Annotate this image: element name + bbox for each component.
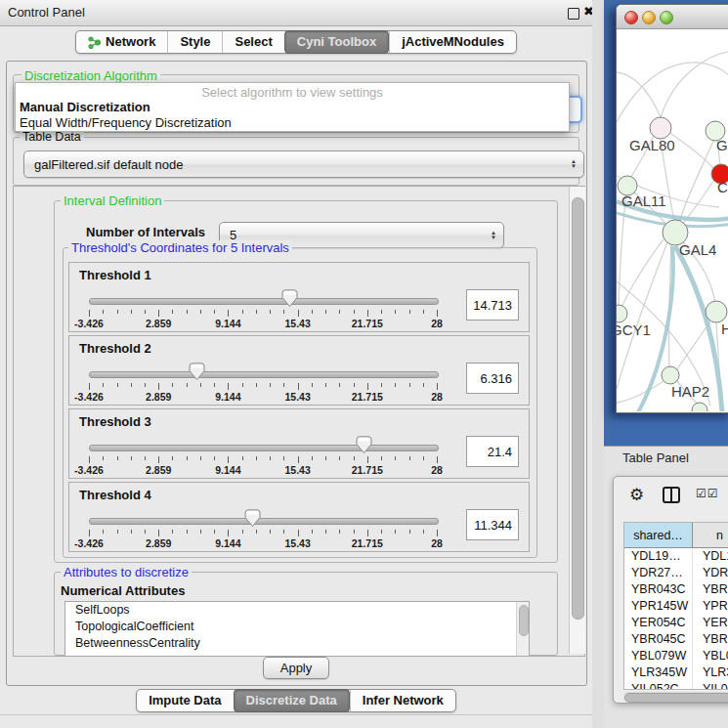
axis-tick [158,456,159,463]
tab-style[interactable]: Style [167,31,222,53]
network-node[interactable] [650,117,671,139]
axis-tick [89,383,90,390]
threshold-value-field[interactable]: 11.344 [466,509,519,540]
table-row[interactable]: YBR045CYBR0 [624,631,728,648]
dropdown-item-equal-width[interactable]: Equal Width/Frequency Discretization [20,115,232,130]
axis-tick [172,456,173,460]
network-edge [617,381,664,403]
network-node[interactable] [692,403,707,411]
axis-tick [242,383,243,387]
threshold-slider-track[interactable] [89,371,439,378]
network-node[interactable] [706,301,727,322]
cell-name: YPR1 [693,598,728,615]
tab-select[interactable]: Select [222,31,283,53]
axis-tick [131,310,132,314]
attribute-list-item[interactable]: BetweennessCentrality [65,635,529,652]
axis-tick [242,310,243,314]
table-row[interactable]: YER054CYER0 [624,615,728,631]
close-traffic-light-icon[interactable] [624,11,638,24]
numerical-attributes-list[interactable]: SelfLoopsTopologicalCoefficientBetweenne… [64,601,530,657]
threshold-slider-thumb[interactable] [281,289,298,308]
axis-tick [117,383,118,387]
threshold-value-field[interactable]: 21.4 [466,436,519,467]
columns-icon[interactable] [663,487,680,503]
axis-tick [367,530,368,536]
table-row[interactable]: YBR043CYBR0 [624,581,728,598]
tab-label: Impute Data [149,690,221,711]
checkboxes-icon[interactable]: ☑☑ [696,487,719,500]
axis-tick [381,456,382,460]
table-row[interactable]: YDR27…YDR2 [624,565,728,581]
axis-tick [270,456,271,460]
zoom-traffic-light-icon[interactable] [660,11,673,24]
cell-shared-name: YLR345W [624,664,693,681]
table-row[interactable]: YPR145WYPR1 [624,598,728,615]
axis-tick-label: 21.715 [352,464,383,476]
threshold-slider-thumb[interactable] [244,509,261,528]
network-canvas[interactable]: GAL80GACGAL11GAL4GCY1HAHAP2 [617,29,728,411]
axis-tick [312,383,313,387]
attribute-list-item[interactable]: SelfLoops [65,602,529,619]
list-scrollbar-thumb[interactable] [519,605,529,636]
horizontal-scrollbar-track[interactable] [623,692,728,702]
axis-tick-label: 2.859 [146,391,171,403]
tab-network[interactable]: Network [76,31,167,53]
axis-tick-label: 9.144 [215,537,240,549]
column-header-name[interactable]: n [693,523,728,548]
column-header-shared-name[interactable]: shared… [624,523,693,548]
threshold-slider-thumb[interactable] [356,436,372,454]
threshold-row: Threshold 3-3.4262.8599.14415.4321.71528… [68,408,530,479]
threshold-value-field[interactable]: 6.316 [466,363,519,394]
axis-tick [270,530,271,534]
vertical-scrollbar-thumb[interactable] [572,197,584,620]
axis-tick [256,383,257,387]
table-row[interactable]: YLR345WYLR3 [624,664,728,681]
axis-tick-label: 15.43 [284,537,310,549]
axis-tick [117,530,118,534]
axis-tick [312,310,313,314]
axis-tick [409,530,410,534]
tab-impute-data[interactable]: Impute Data [137,690,233,711]
threshold-label: Threshold 2 [79,341,151,356]
axis-tick [187,383,188,387]
threshold-slider-thumb[interactable] [189,363,205,381]
minimize-traffic-light-icon[interactable] [642,11,656,24]
axis-tick [270,310,271,314]
axis-tick [395,383,396,387]
horizontal-scrollbar-thumb[interactable] [624,693,728,703]
tab-infer-network[interactable]: Infer Network [350,690,455,711]
threshold-slider-track[interactable] [89,298,439,305]
control-panel-titlebar[interactable]: Control Panel [0,0,592,26]
tab-cyni-toolbox[interactable]: Cyni Toolbox [284,30,389,54]
list-scrollbar-track[interactable] [516,602,529,656]
axis-tick [283,530,284,534]
table-row[interactable]: YDL19…YDL1 [624,548,728,565]
dropdown-item-manual-discretization[interactable]: Manual Discretization [20,100,150,114]
tab-discretize-data[interactable]: Discretize Data [234,689,350,712]
network-node-label: C [717,179,728,195]
gear-icon[interactable]: ⚙ [629,487,644,503]
control-panel-window: Control Panel ✖ NetworkStyleSelectCyni T… [0,0,593,728]
axis-tick [381,383,382,387]
threshold-value-field[interactable]: 14.713 [466,289,519,321]
float-window-icon[interactable] [568,8,579,20]
network-node[interactable] [662,366,679,384]
threshold-slider-track[interactable] [89,445,439,451]
network-window-titlebar[interactable] [617,5,728,29]
network-node[interactable] [617,305,627,322]
attribute-list-item[interactable]: TopologicalCoefficient [65,619,529,635]
tab-jactivemnodules[interactable]: jActiveMNodules [389,31,516,53]
table-data-combobox[interactable]: galFiltered.sif default node ▲▼ [23,150,584,178]
axis-tick-label: 21.715 [352,318,383,329]
combo-arrows-icon[interactable]: ▲▼ [491,231,496,240]
control-panel-title: Control Panel [8,5,85,20]
table-row[interactable]: YIL052CYIL0 [624,681,728,690]
combo-arrows-icon[interactable]: ▲▼ [571,159,577,169]
axis-tick-label: 9.144 [215,391,240,403]
network-node-label: GAL11 [621,193,666,209]
apply-button[interactable]: Apply [263,657,329,679]
axis-tick [409,310,410,314]
threshold-slider-track[interactable] [89,518,439,525]
threshold-label: Threshold 1 [79,268,151,282]
table-row[interactable]: YBL079WYBL0 [624,648,728,664]
